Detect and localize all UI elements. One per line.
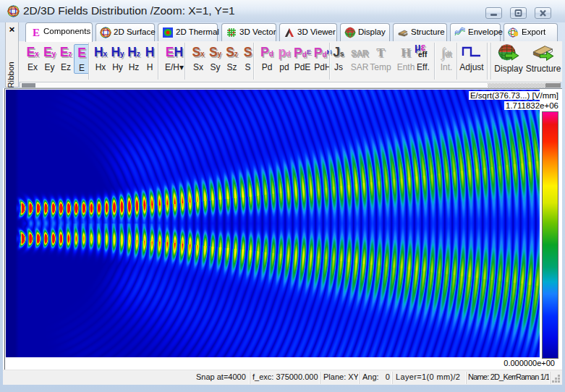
svg-text:E: E	[33, 27, 40, 38]
